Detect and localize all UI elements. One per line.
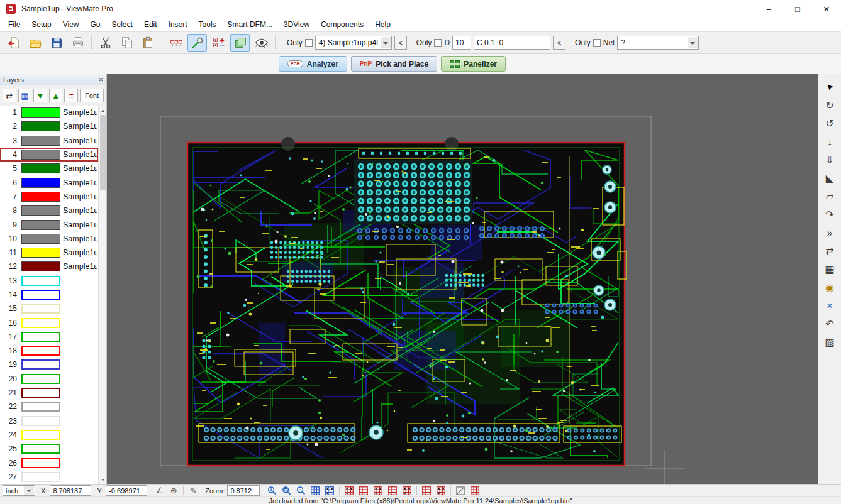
layer-row-18[interactable]: 18 (0, 344, 98, 358)
select-points-button[interactable] (166, 34, 186, 52)
pad-grid-1-icon[interactable] (343, 485, 355, 496)
layer-row-22[interactable]: 22 (0, 400, 98, 414)
menu-3dview[interactable]: 3DView (278, 18, 315, 31)
new-file-button[interactable] (4, 34, 23, 52)
pick-and-place-button[interactable]: PnP Pick and Place (351, 56, 438, 72)
maximize-button[interactable]: □ (783, 0, 812, 18)
layer-color-swatch[interactable] (21, 402, 60, 412)
layer-color-swatch[interactable] (21, 107, 60, 118)
highlight-grid-icon[interactable] (469, 485, 481, 496)
undo-tool[interactable]: ↶ (821, 315, 838, 332)
layer-row-1[interactable]: 1Sample1up (0, 106, 98, 119)
layer-row-12[interactable]: 12Sample1up (0, 260, 98, 273)
layer-color-swatch[interactable] (21, 416, 60, 426)
layer-color-swatch[interactable] (21, 374, 60, 384)
layer-row-5[interactable]: 5Sample1up (0, 162, 98, 175)
grid-snap-icon[interactable] (323, 485, 336, 496)
layer-color-swatch[interactable] (21, 150, 60, 160)
layers-scrollbar[interactable]: ▲ ▼ (99, 106, 106, 484)
menu-components[interactable]: Components (315, 18, 369, 31)
layer-color-swatch[interactable] (21, 178, 60, 188)
layer-color-swatch[interactable] (21, 205, 60, 216)
delete-tool[interactable]: × (821, 297, 838, 314)
no-fill-icon[interactable] (454, 485, 467, 496)
layer-color-swatch[interactable] (21, 388, 60, 398)
erase-tool[interactable]: ▨ (821, 334, 838, 351)
scrollbar-thumb[interactable] (100, 115, 106, 190)
rotate-angle-tool[interactable]: ↷ (821, 206, 838, 223)
save-button[interactable] (47, 34, 66, 52)
swap-items-tool[interactable]: ⇄ (821, 243, 838, 260)
layer-color-swatch[interactable] (21, 290, 60, 300)
probe-button[interactable] (187, 34, 207, 52)
y-coordinate-field[interactable]: -0.698971 (106, 485, 147, 496)
layer-color-swatch[interactable] (21, 359, 60, 370)
open-file-button[interactable] (25, 34, 45, 52)
prev-dcode-button[interactable]: < (553, 36, 565, 50)
analyzer-button[interactable]: PCB Analyzer (279, 56, 347, 72)
layer-row-23[interactable]: 23 (0, 414, 98, 428)
move-layer-up-icon[interactable]: ▲ (49, 89, 63, 102)
layers-panel-header[interactable]: Layers × (0, 74, 106, 85)
layer-color-swatch[interactable] (21, 121, 60, 131)
menu-help[interactable]: Help (369, 18, 396, 31)
measure-probe-icon[interactable]: ✎ (187, 485, 199, 496)
move-down-tool[interactable]: ↓ (821, 133, 838, 150)
layer-color-swatch[interactable] (21, 430, 60, 440)
layer-color-swatch[interactable] (21, 304, 60, 314)
only-net-checkbox[interactable] (593, 39, 601, 47)
center-origin-icon[interactable]: ⊕ (167, 485, 180, 496)
menu-file[interactable]: File (3, 18, 26, 31)
apertures-button[interactable] (209, 34, 228, 52)
net-select[interactable]: ? (617, 36, 699, 50)
origin-tool[interactable]: ◉ (821, 279, 838, 296)
layer-row-14[interactable]: 14 (0, 288, 98, 302)
layer-row-16[interactable]: 16 (0, 315, 98, 329)
pointer-tool[interactable]: ➤ (821, 79, 838, 96)
zoom-field[interactable]: 0.8712 (227, 485, 260, 496)
layer-color-swatch[interactable] (21, 261, 60, 271)
layer-color-swatch[interactable] (21, 332, 60, 342)
dcode-info-field[interactable]: C 0.1 0 (474, 36, 550, 50)
zoom-in-icon[interactable] (265, 485, 278, 496)
rotate-cw-tool[interactable]: ↻ (821, 97, 838, 114)
menu-go[interactable]: Go (85, 18, 106, 31)
layer-color-swatch[interactable] (21, 276, 60, 286)
layer-color-swatch[interactable] (21, 444, 60, 454)
layer-color-swatch[interactable] (21, 472, 60, 482)
minimize-button[interactable]: – (754, 0, 783, 18)
layer-row-7[interactable]: 7Sample1up (0, 190, 98, 204)
layer-color-swatch[interactable] (21, 248, 60, 258)
layer-select[interactable]: 4) Sample1up.p4f (315, 36, 392, 50)
layer-row-3[interactable]: 3Sample1up (0, 134, 98, 148)
layer-colors-icon[interactable]: ≡ (64, 89, 78, 102)
print-button[interactable] (68, 34, 87, 52)
pcb-canvas[interactable] (107, 74, 818, 484)
scroll-up-icon[interactable]: ▲ (99, 106, 106, 114)
unit-select[interactable]: inch (3, 485, 35, 496)
close-panel-icon[interactable]: × (99, 76, 103, 84)
menu-select[interactable]: Select (106, 18, 138, 31)
layers-button[interactable] (230, 34, 250, 52)
zoom-window-icon[interactable] (280, 485, 292, 496)
rotate-ccw-tool[interactable]: ↺ (821, 115, 838, 132)
font-button[interactable]: Font (80, 89, 104, 102)
pad-grid-7-icon[interactable] (435, 485, 447, 496)
menu-view[interactable]: View (57, 18, 85, 31)
move-down-copy-tool[interactable]: ⇩ (821, 151, 838, 168)
menu-tools[interactable]: Tools (193, 18, 222, 31)
zoom-out-icon[interactable] (294, 485, 307, 496)
swap-layers-icon[interactable]: ⇄ (3, 89, 16, 102)
layer-color-swatch[interactable] (21, 346, 60, 356)
layer-color-swatch[interactable] (21, 192, 60, 202)
layer-color-swatch[interactable] (21, 136, 60, 146)
copy-button[interactable] (117, 34, 136, 52)
layer-row-27[interactable]: 27 (0, 470, 98, 484)
layer-row-9[interactable]: 9Sample1up (0, 217, 98, 231)
angle-icon[interactable]: ∠ (153, 485, 165, 496)
layer-row-2[interactable]: 2Sample1up (0, 119, 98, 133)
layer-row-24[interactable]: 24 (0, 428, 98, 442)
dcode-field[interactable]: 10 (452, 36, 471, 50)
only-dcode-checkbox[interactable] (434, 39, 442, 47)
select-area-tool[interactable]: ▦ (821, 261, 838, 278)
